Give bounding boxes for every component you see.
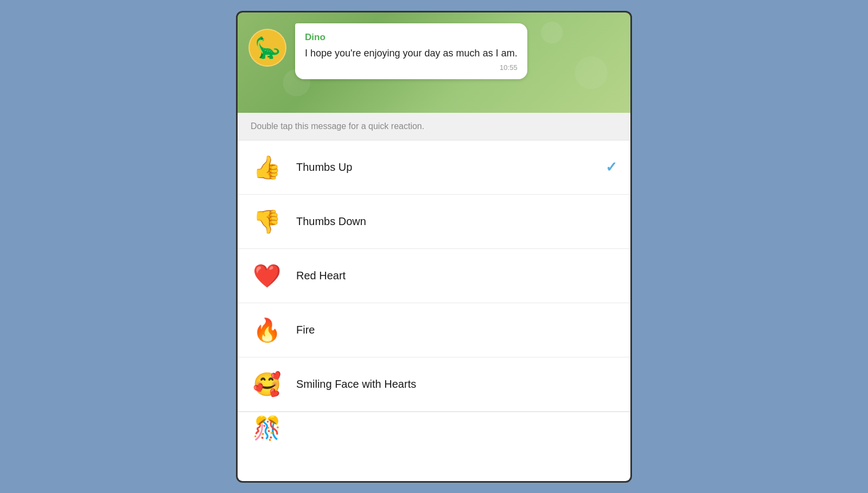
smiling-hearts-label: Smiling Face with Hearts <box>296 378 617 390</box>
thumbs-down-label: Thumbs Down <box>296 215 617 228</box>
sender-name: Dino <box>305 32 518 43</box>
reaction-item-partial[interactable]: 🎊 <box>238 412 630 444</box>
smiling-hearts-emoji: 🥰 <box>251 371 283 398</box>
fire-label: Fire <box>296 324 617 336</box>
message-bubble: Dino I hope you're enjoying your day as … <box>295 23 527 79</box>
message-text: I hope you're enjoying your day as much … <box>305 46 518 60</box>
hint-text: Double tap this message for a quick reac… <box>251 121 424 131</box>
selected-check-icon: ✓ <box>605 159 617 176</box>
reaction-item-thumbs-down[interactable]: 👎 Thumbs Down <box>238 195 630 249</box>
red-heart-label: Red Heart <box>296 270 617 282</box>
thumbs-up-emoji: 👍 <box>251 154 283 181</box>
reaction-item-thumbs-up[interactable]: 👍 Thumbs Up ✓ <box>238 140 630 195</box>
thumbs-up-label: Thumbs Up <box>296 161 605 174</box>
message-time: 10:55 <box>305 63 518 72</box>
phone-frame: 🦕 Dino I hope you're enjoying your day a… <box>236 11 632 483</box>
reactions-list: 👍 Thumbs Up ✓ 👎 Thumbs Down ❤️ Red Heart… <box>238 140 630 481</box>
avatar: 🦕 <box>248 29 286 67</box>
reaction-item-smiling-hearts[interactable]: 🥰 Smiling Face with Hearts <box>238 357 630 412</box>
reaction-item-red-heart[interactable]: ❤️ Red Heart <box>238 249 630 303</box>
chat-header: 🦕 Dino I hope you're enjoying your day a… <box>238 12 630 113</box>
red-heart-emoji: ❤️ <box>251 262 283 289</box>
thumbs-down-emoji: 👎 <box>251 208 283 235</box>
reaction-item-fire[interactable]: 🔥 Fire <box>238 303 630 357</box>
fire-emoji: 🔥 <box>251 317 283 343</box>
hint-bar: Double tap this message for a quick reac… <box>238 113 630 140</box>
partial-emoji: 🎊 <box>251 415 283 441</box>
